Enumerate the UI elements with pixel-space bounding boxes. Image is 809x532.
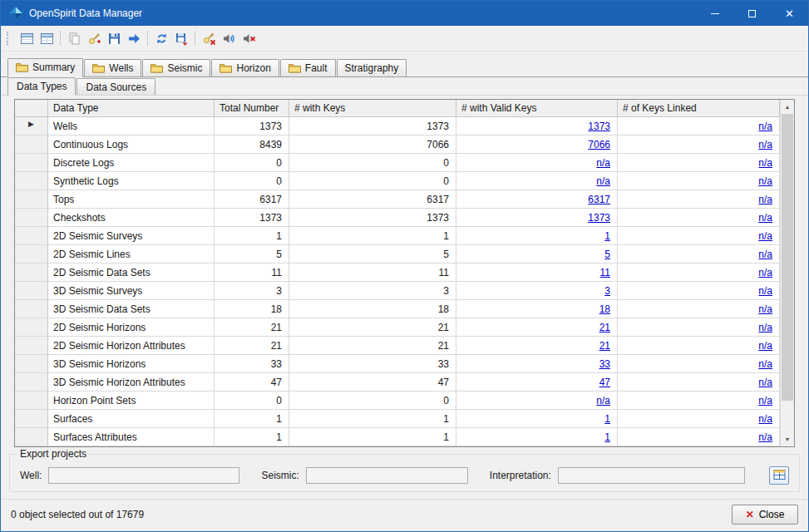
save-icon[interactable] <box>104 28 124 48</box>
keys-linked-link[interactable]: n/a <box>758 358 772 370</box>
details-view-icon[interactable] <box>37 28 57 48</box>
row-selector[interactable] <box>15 318 48 337</box>
valid-keys-link[interactable]: 11 <box>600 267 610 278</box>
row-selector[interactable] <box>15 209 48 227</box>
valid-keys-link[interactable]: 1 <box>604 230 610 242</box>
row-selector[interactable] <box>15 282 48 300</box>
keys-linked-link[interactable]: n/a <box>758 413 772 425</box>
maximize-button[interactable] <box>733 1 771 26</box>
valid-keys-link[interactable]: 5 <box>604 249 610 260</box>
keys-linked-link[interactable]: n/a <box>758 230 772 242</box>
keys-linked-link[interactable]: n/a <box>758 139 772 150</box>
tab-horizon[interactable]: Horizon <box>211 59 279 76</box>
sound-off-icon[interactable] <box>239 28 259 48</box>
keys-linked-link[interactable]: n/a <box>758 267 772 278</box>
scroll-up-button[interactable]: ▲ <box>781 100 794 114</box>
scrollbar-thumb[interactable] <box>782 114 793 401</box>
keys-linked-link[interactable]: n/a <box>758 431 772 443</box>
keys-linked-link[interactable]: n/a <box>758 303 772 315</box>
table-row[interactable]: 3D Seismic Surveys333n/a <box>15 282 780 300</box>
table-row[interactable]: Surfaces111n/a <box>15 410 780 428</box>
row-selector[interactable] <box>15 172 48 190</box>
table-row[interactable]: 3D Seismic Horizon Attributes474747n/a <box>15 373 780 392</box>
subtab-data-sources[interactable]: Data Sources <box>76 78 155 95</box>
row-selector[interactable] <box>15 428 48 446</box>
valid-keys-link[interactable]: n/a <box>596 395 610 406</box>
table-row[interactable]: ▶Wells137313731373n/a <box>15 117 780 135</box>
table-row[interactable]: Discrete Logs00n/an/a <box>15 154 780 172</box>
table-row[interactable]: Synthetic Logs00n/an/a <box>15 172 780 190</box>
save-keys-icon[interactable] <box>171 28 191 48</box>
table-row[interactable]: 3D Seismic Data Sets181818n/a <box>15 300 780 318</box>
row-selector[interactable] <box>15 373 48 392</box>
valid-keys-link[interactable]: 33 <box>599 358 610 370</box>
valid-keys-link[interactable]: 1373 <box>588 212 610 224</box>
keys-linked-link[interactable]: n/a <box>758 212 772 224</box>
scrollbar-track[interactable] <box>781 114 794 432</box>
toolbar-grip[interactable] <box>7 32 11 45</box>
keys-linked-link[interactable]: n/a <box>758 322 772 333</box>
row-selector[interactable] <box>15 190 48 209</box>
valid-keys-link[interactable]: 21 <box>599 340 610 352</box>
valid-keys-link[interactable]: 18 <box>599 303 610 315</box>
valid-keys-link[interactable]: 1 <box>604 431 610 443</box>
refresh-icon[interactable] <box>151 28 171 48</box>
vertical-scrollbar[interactable]: ▲ ▼ <box>780 100 794 446</box>
table-row[interactable]: 2D Seismic Horizon Attributes212121n/a <box>15 337 780 355</box>
keys-linked-link[interactable]: n/a <box>758 121 772 132</box>
row-selector[interactable] <box>15 410 48 428</box>
tab-fault[interactable]: Fault <box>280 59 336 76</box>
row-selector[interactable] <box>15 245 48 264</box>
key-create-icon[interactable] <box>84 28 104 48</box>
table-row[interactable]: Horizon Point Sets00n/an/a <box>15 392 780 410</box>
valid-keys-link[interactable]: n/a <box>596 157 610 169</box>
table-row[interactable]: 2D Seismic Horizons212121n/a <box>15 318 780 337</box>
tab-wells[interactable]: Wells <box>84 59 141 76</box>
table-row[interactable]: Tops631763176317n/a <box>15 190 780 209</box>
keys-linked-link[interactable]: n/a <box>758 377 772 388</box>
row-selector[interactable] <box>15 264 48 282</box>
export-icon[interactable] <box>124 28 144 48</box>
table-row[interactable]: Continuous Logs843970667066n/a <box>15 135 780 154</box>
row-selector[interactable] <box>15 392 48 410</box>
well-input[interactable] <box>48 467 239 484</box>
row-selector[interactable] <box>15 337 48 355</box>
scroll-down-button[interactable]: ▼ <box>781 432 794 446</box>
summary-view-icon[interactable] <box>17 28 37 48</box>
valid-keys-link[interactable]: 47 <box>599 377 610 388</box>
export-options-button[interactable] <box>769 466 789 485</box>
keys-linked-link[interactable]: n/a <box>758 175 772 187</box>
table-row[interactable]: 2D Seismic Lines555n/a <box>15 245 780 264</box>
valid-keys-link[interactable]: 21 <box>599 322 610 333</box>
keys-linked-link[interactable]: n/a <box>758 285 772 297</box>
valid-keys-link[interactable]: 1 <box>604 413 610 425</box>
table-row[interactable]: Surfaces Attributes111n/a <box>15 428 780 446</box>
subtab-data-types[interactable]: Data Types <box>7 77 76 96</box>
seismic-input[interactable] <box>306 467 468 484</box>
copy-icon[interactable] <box>64 28 84 48</box>
minimize-button[interactable] <box>696 1 733 26</box>
row-selector[interactable] <box>15 227 48 245</box>
close-button[interactable]: ✕ Close <box>732 505 798 525</box>
row-selector[interactable]: ▶ <box>15 117 48 135</box>
valid-keys-link[interactable]: n/a <box>596 175 610 187</box>
close-window-button[interactable]: ✕ <box>771 1 808 26</box>
row-selector[interactable] <box>15 154 48 172</box>
key-delete-icon[interactable] <box>199 28 219 48</box>
valid-keys-link[interactable]: 6317 <box>588 194 610 205</box>
sound-on-icon[interactable] <box>219 28 239 48</box>
keys-linked-link[interactable]: n/a <box>758 194 772 205</box>
valid-keys-link[interactable]: 3 <box>604 285 610 297</box>
valid-keys-link[interactable]: 7066 <box>588 139 610 150</box>
tab-stratigraphy[interactable]: Stratigraphy <box>337 59 407 76</box>
keys-linked-link[interactable]: n/a <box>758 249 772 260</box>
keys-linked-link[interactable]: n/a <box>758 157 772 169</box>
table-row[interactable]: 2D Seismic Data Sets111111n/a <box>15 264 780 282</box>
keys-linked-link[interactable]: n/a <box>758 395 772 406</box>
table-row[interactable]: Checkshots137313731373n/a <box>15 209 780 227</box>
table-row[interactable]: 3D Seismic Horizons333333n/a <box>15 355 780 373</box>
keys-linked-link[interactable]: n/a <box>758 340 772 352</box>
interpretation-input[interactable] <box>558 467 745 484</box>
row-selector[interactable] <box>15 355 48 373</box>
valid-keys-link[interactable]: 1373 <box>588 121 610 132</box>
